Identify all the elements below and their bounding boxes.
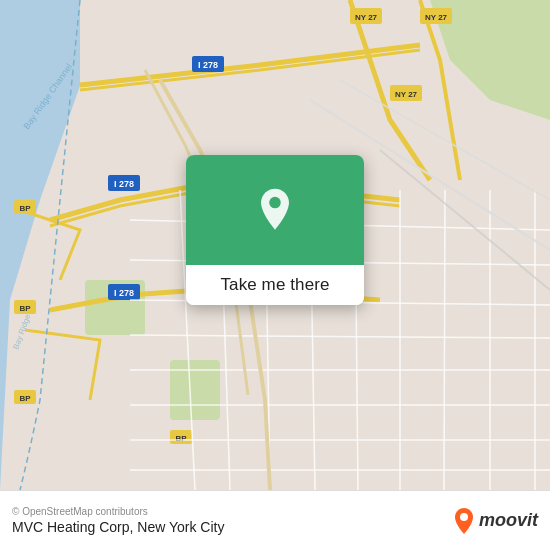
svg-text:I 278: I 278 <box>114 288 134 298</box>
place-name-text: MVC Heating Corp, New York City <box>12 519 224 535</box>
take-me-there-button[interactable]: Take me there <box>186 265 364 305</box>
popup-green-section <box>186 155 364 265</box>
svg-text:BP: BP <box>175 434 187 443</box>
moovit-logo: moovit <box>453 507 538 535</box>
moovit-pin-icon <box>453 507 475 535</box>
svg-line-42 <box>444 190 445 490</box>
moovit-brand-text: moovit <box>479 510 538 531</box>
popup-card: Take me there <box>186 155 364 305</box>
bottom-bar: © OpenStreetMap contributors MVC Heating… <box>0 490 550 550</box>
svg-text:BP: BP <box>19 304 31 313</box>
svg-text:NY 27: NY 27 <box>425 13 448 22</box>
svg-text:BP: BP <box>19 394 31 403</box>
svg-point-50 <box>460 513 468 521</box>
svg-text:BP: BP <box>19 204 31 213</box>
svg-text:NY 27: NY 27 <box>355 13 378 22</box>
attribution-text: © OpenStreetMap contributors <box>12 506 224 517</box>
bottom-info: © OpenStreetMap contributors MVC Heating… <box>12 506 224 535</box>
location-pin-icon <box>252 187 298 233</box>
svg-point-49 <box>269 197 281 209</box>
svg-text:I 278: I 278 <box>114 179 134 189</box>
svg-text:NY 27: NY 27 <box>395 90 418 99</box>
map-container: Bay Ridge Channel I 278 I 278 I 278 <box>0 0 550 490</box>
svg-rect-7 <box>170 360 220 420</box>
svg-text:I 278: I 278 <box>198 60 218 70</box>
